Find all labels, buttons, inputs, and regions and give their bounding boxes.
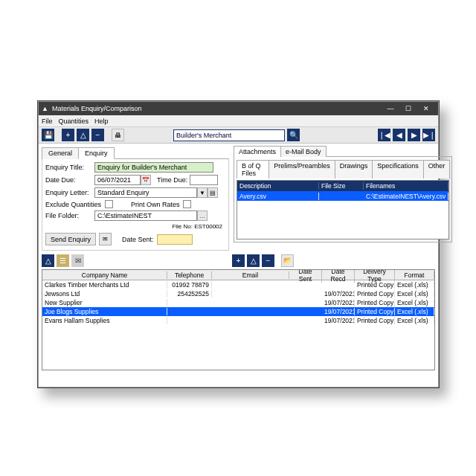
enquiry-panel: Enquiry Title: Date Due: 📅 Time Due: Enq… bbox=[42, 159, 229, 251]
prev-button[interactable]: ◀ bbox=[393, 129, 405, 141]
menu-help[interactable]: Help bbox=[94, 118, 109, 125]
menu-quantities[interactable]: Quantities bbox=[59, 118, 89, 125]
tab-prelims[interactable]: Prelims/Preambles bbox=[268, 160, 335, 178]
remove-button[interactable]: − bbox=[91, 129, 104, 141]
supplier-send-button[interactable]: ✉ bbox=[71, 254, 84, 267]
minimize-button[interactable]: — bbox=[382, 102, 399, 115]
date-due-label: Date Due: bbox=[45, 176, 94, 184]
supplier-row[interactable]: Jewsons Ltd25425252519/07/2021Printed Co… bbox=[42, 289, 434, 298]
dropdown-button[interactable]: ▼ bbox=[197, 187, 208, 198]
email-icon-button[interactable]: ✉ bbox=[99, 233, 112, 245]
files-grid[interactable]: Description File Size Filenames Avery.cs… bbox=[237, 180, 449, 239]
col-email: Email bbox=[212, 271, 289, 279]
tab-boq[interactable]: B of Q Files bbox=[237, 160, 269, 178]
attach-open-button[interactable]: 📂 bbox=[281, 254, 294, 267]
tab-attachments[interactable]: Attachments bbox=[234, 146, 281, 157]
tab-drawings[interactable]: Drawings bbox=[335, 160, 373, 178]
next-button[interactable]: ▶ bbox=[408, 129, 420, 141]
left-tabs: General Enquiry bbox=[42, 147, 229, 159]
col-date-recd: Date Recd bbox=[322, 269, 355, 283]
supplier-row[interactable]: Joe Blogs Supplies19/07/2021Printed Copy… bbox=[42, 307, 434, 316]
add-button[interactable]: + bbox=[62, 129, 74, 141]
last-button[interactable]: ▶❘ bbox=[422, 129, 435, 141]
time-due-input[interactable] bbox=[190, 175, 218, 185]
attach-add-button[interactable]: + bbox=[232, 254, 245, 267]
print-button[interactable]: 🖶 bbox=[112, 129, 124, 141]
time-due-label: Time Due: bbox=[157, 176, 190, 184]
col-date-sent: Date Sent bbox=[289, 269, 322, 283]
close-button[interactable]: ✕ bbox=[417, 102, 435, 115]
date-due-input[interactable] bbox=[94, 175, 141, 185]
date-sent-label: Date Sent: bbox=[122, 236, 154, 243]
letter-link-button[interactable]: ▤ bbox=[208, 187, 218, 198]
tab-specs[interactable]: Specifications bbox=[372, 160, 424, 178]
col-format: Format bbox=[395, 271, 434, 279]
supplier-row[interactable]: Clarkes Timber Merchants Ltd01992 78879P… bbox=[42, 280, 434, 289]
file-folder-label: File Folder: bbox=[45, 212, 94, 219]
exclude-quantities-label: Exclude Quantities bbox=[45, 201, 105, 208]
suppliers-grid[interactable]: Company Name Telephone Email Date Sent D… bbox=[42, 269, 435, 370]
file-row[interactable]: Avery.csv C:\EstimateINEST\Avery.csv bbox=[237, 191, 448, 201]
tab-email-body[interactable]: e-Mail Body bbox=[280, 146, 327, 157]
browse-button[interactable]: … bbox=[197, 210, 208, 221]
supplier-row[interactable]: New Supplier19/07/2021Printed CopyExcel … bbox=[42, 298, 434, 307]
window-title: Materials Enquiry/Comparison bbox=[52, 105, 142, 112]
merchant-input[interactable] bbox=[173, 129, 285, 141]
tab-other[interactable]: Other bbox=[423, 160, 451, 178]
right-top-tabs: Attachments e-Mail Body bbox=[234, 145, 452, 157]
date-picker-button[interactable]: 📅 bbox=[141, 175, 151, 185]
file-no-label: File No: EST00002 bbox=[45, 223, 225, 230]
search-button[interactable]: 🔍 bbox=[287, 129, 300, 141]
app-window: ▲ Materials Enquiry/Comparison — ☐ ✕ Fil… bbox=[38, 101, 439, 387]
col-delivery-type: Delivery Type bbox=[355, 269, 395, 283]
titlebar: ▲ Materials Enquiry/Comparison — ☐ ✕ bbox=[39, 102, 438, 115]
file-folder-input[interactable] bbox=[94, 210, 197, 221]
supplier-up-button[interactable]: △ bbox=[42, 254, 54, 267]
attach-up-button[interactable]: △ bbox=[247, 254, 260, 267]
enquiry-letter-label: Enquiry Letter: bbox=[45, 189, 94, 196]
tab-general[interactable]: General bbox=[42, 147, 79, 159]
save-button[interactable]: 💾 bbox=[42, 129, 54, 141]
print-rates-checkbox[interactable] bbox=[183, 200, 191, 208]
print-rates-label: Print Own Rates bbox=[131, 201, 183, 208]
app-icon: ▲ bbox=[42, 105, 49, 112]
first-button[interactable]: ❘◀ bbox=[378, 129, 390, 141]
delete-button[interactable]: △ bbox=[77, 129, 89, 141]
col-company: Company Name bbox=[42, 271, 167, 279]
attach-remove-button[interactable]: − bbox=[262, 254, 274, 267]
files-head-size: File Size bbox=[319, 182, 364, 190]
exclude-quantities-checkbox[interactable] bbox=[105, 200, 113, 208]
send-enquiry-button[interactable]: Send Enquiry bbox=[45, 233, 96, 245]
supplier-row[interactable]: Evans Hallam Supplies19/07/2021Printed C… bbox=[42, 316, 434, 325]
tab-enquiry[interactable]: Enquiry bbox=[78, 147, 115, 159]
main-toolbar: 💾 + △ − 🖶 🔍 ❘◀ ◀ ▶ ▶❘ bbox=[39, 127, 438, 144]
enquiry-title-label: Enquiry Title: bbox=[45, 164, 94, 171]
files-head-filenames: Filenames bbox=[364, 182, 448, 190]
maximize-button[interactable]: ☐ bbox=[399, 102, 417, 115]
menu-file[interactable]: File bbox=[42, 118, 53, 125]
col-telephone: Telephone bbox=[167, 271, 212, 279]
date-sent-field[interactable] bbox=[157, 234, 193, 245]
supplier-filter-button[interactable]: ☰ bbox=[57, 254, 69, 267]
files-head-description: Description bbox=[237, 182, 319, 190]
menubar: File Quantities Help bbox=[39, 115, 438, 127]
enquiry-title-input[interactable] bbox=[94, 162, 213, 173]
enquiry-letter-input[interactable] bbox=[94, 187, 197, 198]
